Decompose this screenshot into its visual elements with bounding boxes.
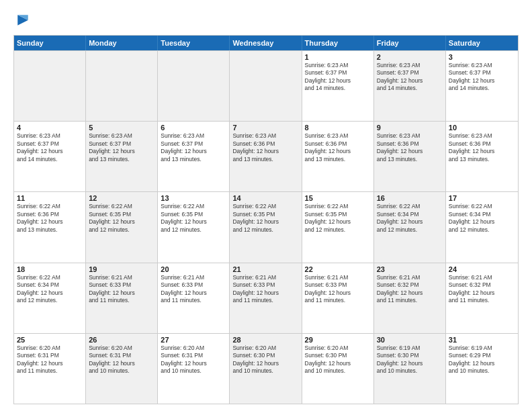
day-number: 9 — [377, 124, 443, 132]
week-row-2: 4Sunrise: 6:23 AM Sunset: 6:37 PM Daylig… — [14, 121, 518, 191]
cell-info: Sunrise: 6:21 AM Sunset: 6:33 PM Dayligh… — [232, 274, 298, 305]
day-cell-2: 2Sunrise: 6:23 AM Sunset: 6:37 PM Daylig… — [374, 51, 446, 121]
cell-info: Sunrise: 6:20 AM Sunset: 6:30 PM Dayligh… — [305, 345, 371, 375]
cell-info: Sunrise: 6:20 AM Sunset: 6:31 PM Dayligh… — [161, 345, 226, 375]
cell-info: Sunrise: 6:23 AM Sunset: 6:37 PM Dayligh… — [377, 62, 443, 93]
calendar-body: 1Sunrise: 6:23 AM Sunset: 6:37 PM Daylig… — [14, 50, 518, 404]
day-cell-30: 30Sunrise: 6:19 AM Sunset: 6:30 PM Dayli… — [374, 334, 446, 404]
calendar: SundayMondayTuesdayWednesdayThursdayFrid… — [13, 35, 519, 404]
day-number: 6 — [161, 124, 226, 132]
day-number: 26 — [89, 336, 154, 344]
day-cell-16: 16Sunrise: 6:22 AM Sunset: 6:34 PM Dayli… — [374, 192, 446, 262]
day-cell-4: 4Sunrise: 6:23 AM Sunset: 6:37 PM Daylig… — [14, 122, 86, 191]
day-number: 4 — [17, 124, 83, 132]
week-row-1: 1Sunrise: 6:23 AM Sunset: 6:37 PM Daylig… — [14, 50, 518, 121]
day-number: 30 — [377, 336, 443, 344]
day-cell-18: 18Sunrise: 6:22 AM Sunset: 6:34 PM Dayli… — [14, 263, 86, 333]
cell-info: Sunrise: 6:23 AM Sunset: 6:36 PM Dayligh… — [305, 132, 371, 163]
cell-info: Sunrise: 6:20 AM Sunset: 6:31 PM Dayligh… — [17, 345, 83, 375]
day-number: 5 — [89, 124, 154, 132]
cell-info: Sunrise: 6:22 AM Sunset: 6:34 PM Dayligh… — [17, 274, 83, 305]
day-cell-1: 1Sunrise: 6:23 AM Sunset: 6:37 PM Daylig… — [302, 51, 374, 121]
cell-info: Sunrise: 6:23 AM Sunset: 6:37 PM Dayligh… — [305, 62, 371, 93]
week-row-4: 18Sunrise: 6:22 AM Sunset: 6:34 PM Dayli… — [14, 263, 518, 333]
cell-info: Sunrise: 6:22 AM Sunset: 6:35 PM Dayligh… — [305, 203, 371, 234]
day-number: 12 — [89, 194, 154, 202]
day-cell-29: 29Sunrise: 6:20 AM Sunset: 6:30 PM Dayli… — [302, 334, 374, 404]
day-cell-28: 28Sunrise: 6:20 AM Sunset: 6:30 PM Dayli… — [230, 334, 302, 404]
day-number: 14 — [232, 194, 298, 202]
day-number: 29 — [305, 336, 371, 344]
weekday-header-friday: Friday — [374, 36, 446, 50]
cell-info: Sunrise: 6:22 AM Sunset: 6:35 PM Dayligh… — [161, 203, 226, 234]
cell-info: Sunrise: 6:22 AM Sunset: 6:35 PM Dayligh… — [232, 203, 298, 234]
cell-info: Sunrise: 6:23 AM Sunset: 6:37 PM Dayligh… — [89, 132, 154, 163]
day-cell-15: 15Sunrise: 6:22 AM Sunset: 6:35 PM Dayli… — [302, 192, 374, 262]
cell-info: Sunrise: 6:20 AM Sunset: 6:31 PM Dayligh… — [89, 345, 154, 375]
week-row-5: 25Sunrise: 6:20 AM Sunset: 6:31 PM Dayli… — [14, 333, 518, 404]
day-cell-9: 9Sunrise: 6:23 AM Sunset: 6:36 PM Daylig… — [374, 122, 446, 191]
day-number: 7 — [232, 124, 298, 132]
day-cell-31: 31Sunrise: 6:19 AM Sunset: 6:29 PM Dayli… — [446, 334, 518, 404]
cell-info: Sunrise: 6:19 AM Sunset: 6:30 PM Dayligh… — [377, 345, 443, 375]
day-number: 17 — [449, 194, 515, 202]
empty-cell — [14, 51, 86, 121]
day-cell-10: 10Sunrise: 6:23 AM Sunset: 6:36 PM Dayli… — [446, 122, 518, 191]
day-number: 11 — [17, 194, 83, 202]
empty-cell — [158, 51, 230, 121]
page: SundayMondayTuesdayWednesdayThursdayFrid… — [0, 0, 532, 411]
cell-info: Sunrise: 6:23 AM Sunset: 6:37 PM Dayligh… — [17, 132, 83, 163]
day-cell-8: 8Sunrise: 6:23 AM Sunset: 6:36 PM Daylig… — [302, 122, 374, 191]
day-number: 22 — [305, 265, 371, 273]
cell-info: Sunrise: 6:21 AM Sunset: 6:32 PM Dayligh… — [449, 274, 515, 305]
empty-cell — [230, 51, 302, 121]
day-cell-11: 11Sunrise: 6:22 AM Sunset: 6:36 PM Dayli… — [14, 192, 86, 262]
day-cell-26: 26Sunrise: 6:20 AM Sunset: 6:31 PM Dayli… — [86, 334, 158, 404]
weekday-header-tuesday: Tuesday — [158, 36, 230, 50]
cell-info: Sunrise: 6:21 AM Sunset: 6:32 PM Dayligh… — [377, 274, 443, 305]
calendar-header: SundayMondayTuesdayWednesdayThursdayFrid… — [14, 36, 518, 50]
day-cell-14: 14Sunrise: 6:22 AM Sunset: 6:35 PM Dayli… — [230, 192, 302, 262]
day-number: 8 — [305, 124, 371, 132]
week-row-3: 11Sunrise: 6:22 AM Sunset: 6:36 PM Dayli… — [14, 191, 518, 262]
day-cell-20: 20Sunrise: 6:21 AM Sunset: 6:33 PM Dayli… — [158, 263, 230, 333]
day-number: 1 — [305, 53, 371, 61]
day-cell-19: 19Sunrise: 6:21 AM Sunset: 6:33 PM Dayli… — [86, 263, 158, 333]
cell-info: Sunrise: 6:22 AM Sunset: 6:34 PM Dayligh… — [377, 203, 443, 234]
day-number: 19 — [89, 265, 154, 273]
day-number: 24 — [449, 265, 515, 273]
cell-info: Sunrise: 6:22 AM Sunset: 6:36 PM Dayligh… — [17, 203, 83, 234]
cell-info: Sunrise: 6:20 AM Sunset: 6:30 PM Dayligh… — [232, 345, 298, 375]
day-number: 23 — [377, 265, 443, 273]
day-cell-27: 27Sunrise: 6:20 AM Sunset: 6:31 PM Dayli… — [158, 334, 230, 404]
day-number: 27 — [161, 336, 226, 344]
day-cell-25: 25Sunrise: 6:20 AM Sunset: 6:31 PM Dayli… — [14, 334, 86, 404]
day-number: 28 — [232, 336, 298, 344]
day-number: 13 — [161, 194, 226, 202]
day-cell-6: 6Sunrise: 6:23 AM Sunset: 6:37 PM Daylig… — [158, 122, 230, 191]
weekday-header-saturday: Saturday — [446, 36, 518, 50]
day-number: 2 — [377, 53, 443, 61]
day-cell-22: 22Sunrise: 6:21 AM Sunset: 6:33 PM Dayli… — [302, 263, 374, 333]
cell-info: Sunrise: 6:21 AM Sunset: 6:33 PM Dayligh… — [305, 274, 371, 305]
cell-info: Sunrise: 6:22 AM Sunset: 6:35 PM Dayligh… — [89, 203, 154, 234]
logo — [13, 11, 34, 30]
logo-icon — [13, 11, 32, 30]
cell-info: Sunrise: 6:23 AM Sunset: 6:37 PM Dayligh… — [161, 132, 226, 163]
cell-info: Sunrise: 6:21 AM Sunset: 6:33 PM Dayligh… — [161, 274, 226, 305]
cell-info: Sunrise: 6:23 AM Sunset: 6:36 PM Dayligh… — [377, 132, 443, 163]
weekday-header-wednesday: Wednesday — [230, 36, 302, 50]
cell-info: Sunrise: 6:19 AM Sunset: 6:29 PM Dayligh… — [449, 345, 515, 375]
day-number: 21 — [232, 265, 298, 273]
weekday-header-thursday: Thursday — [302, 36, 374, 50]
day-number: 16 — [377, 194, 443, 202]
cell-info: Sunrise: 6:23 AM Sunset: 6:36 PM Dayligh… — [232, 132, 298, 163]
day-number: 15 — [305, 194, 371, 202]
cell-info: Sunrise: 6:22 AM Sunset: 6:34 PM Dayligh… — [449, 203, 515, 234]
day-cell-7: 7Sunrise: 6:23 AM Sunset: 6:36 PM Daylig… — [230, 122, 302, 191]
day-number: 31 — [449, 336, 515, 344]
day-cell-23: 23Sunrise: 6:21 AM Sunset: 6:32 PM Dayli… — [374, 263, 446, 333]
day-cell-21: 21Sunrise: 6:21 AM Sunset: 6:33 PM Dayli… — [230, 263, 302, 333]
day-cell-12: 12Sunrise: 6:22 AM Sunset: 6:35 PM Dayli… — [86, 192, 158, 262]
cell-info: Sunrise: 6:21 AM Sunset: 6:33 PM Dayligh… — [89, 274, 154, 305]
